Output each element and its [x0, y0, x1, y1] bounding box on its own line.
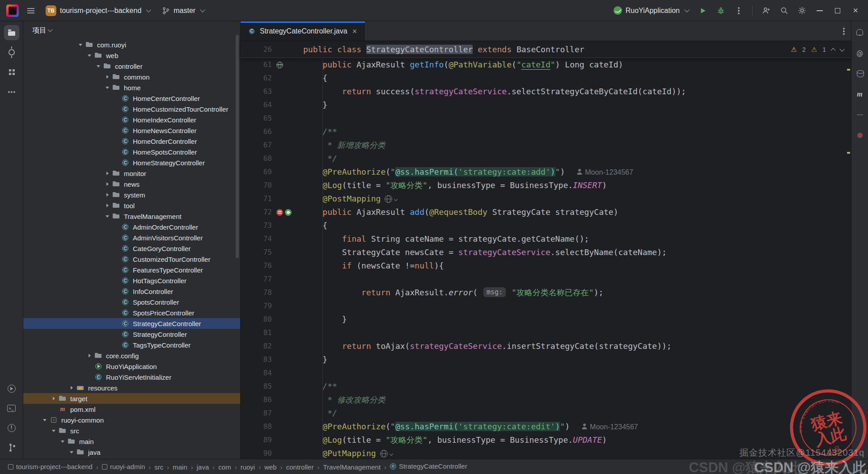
rest-api-globe-icon[interactable] [385, 195, 392, 203]
chevron-right-icon[interactable] [104, 179, 112, 189]
database-icon[interactable] [852, 66, 868, 81]
code-line-62[interactable]: 62 { [241, 71, 851, 85]
error-stripe-mark[interactable] [847, 69, 850, 71]
code-line-88[interactable]: 88 @PreAuthorize("@ss.hasPermi('strategy… [241, 420, 851, 433]
chevron-down-icon[interactable] [50, 425, 58, 436]
tree-item-web[interactable]: web [23, 50, 240, 61]
line-number[interactable]: 73 [241, 219, 272, 232]
tree-item-home[interactable]: home [23, 82, 240, 93]
chevron-down-icon[interactable] [68, 447, 76, 457]
breadcrumb-item[interactable]: TravelManagement [321, 462, 382, 472]
next-problem-icon[interactable] [839, 46, 844, 51]
problems-icon[interactable] [4, 420, 19, 436]
chevron-right-icon[interactable] [104, 168, 112, 179]
chevron-right-icon[interactable] [104, 200, 112, 211]
line-number[interactable]: 89 [241, 433, 272, 447]
commit-icon[interactable] [4, 45, 19, 60]
tree-item-RuoYiApplication[interactable]: RuoYiApplication [23, 361, 240, 372]
line-number[interactable]: 76 [241, 259, 272, 273]
breadcrumb-item[interactable]: com [216, 462, 233, 472]
chevron-right-icon[interactable] [50, 393, 58, 404]
tree-item-monitor[interactable]: monitor [23, 168, 240, 179]
line-number[interactable]: 70 [241, 179, 272, 192]
tree-item-java[interactable]: java [23, 447, 240, 457]
code-line-70[interactable]: 70 @Log(title = "攻略分类", businessType = B… [241, 179, 851, 192]
code-line-90[interactable]: 90 @PutMapping [241, 447, 851, 459]
terminal-icon[interactable] [4, 401, 19, 416]
tree-item-StrategyController[interactable]: StrategyController [23, 329, 240, 340]
line-number[interactable]: 88 [241, 420, 272, 433]
tree-item-AdminOrderController[interactable]: AdminOrderController [23, 222, 240, 232]
tree-item-StrategyCateController[interactable]: StrategyCateController [23, 318, 240, 329]
line-number[interactable]: 86 [241, 393, 272, 407]
tree-item-main[interactable]: main [23, 436, 240, 447]
breadcrumb-item[interactable]: src [152, 462, 165, 472]
ai-at-icon[interactable] [852, 46, 868, 61]
tree-item-CateGoryController[interactable]: CateGoryController [23, 243, 240, 254]
tree-item-RuoYiServletInitializer[interactable]: RuoYiServletInitializer [23, 372, 240, 382]
chevron-right-icon[interactable] [104, 189, 112, 200]
window-maximize-button[interactable] [830, 3, 846, 18]
settings-button[interactable] [794, 3, 810, 18]
chevron-down-icon[interactable] [41, 415, 49, 425]
line-number[interactable]: 81 [241, 326, 272, 340]
line-number[interactable]: 71 [241, 192, 272, 206]
chevron-down-icon[interactable] [59, 436, 67, 447]
maven-icon[interactable] [852, 87, 868, 102]
code-line-84[interactable]: 84 [241, 366, 851, 380]
tree-item-HomeNewsController[interactable]: HomeNewsController [23, 125, 240, 136]
code-author-inlay[interactable]: Moon-1234567 [576, 168, 633, 176]
code-line-76[interactable]: 76 if (newsCate !=null){ [241, 259, 851, 273]
tree-item-pom.xml[interactable]: pom.xml [23, 404, 240, 415]
code-line-72[interactable]: 72 public AjaxResult add(@RequestBody St… [241, 206, 851, 219]
line-number[interactable]: 67 [241, 138, 272, 152]
line-number[interactable]: 80 [241, 313, 272, 326]
code-line-75[interactable]: 75 StrategyCate newsCate = strategyCateS… [241, 246, 851, 259]
chevron-right-icon[interactable] [104, 71, 112, 82]
debug-button[interactable] [713, 3, 729, 18]
more-actions-button[interactable] [731, 3, 747, 18]
breadcrumb-item[interactable]: StrategyCateController [388, 461, 469, 471]
tree-item-HomeCenterController[interactable]: HomeCenterController [23, 93, 240, 104]
breadcrumb-item[interactable]: ruoyi [239, 462, 257, 472]
breadcrumb-item[interactable]: main [171, 462, 189, 472]
chevron-down-icon[interactable] [104, 211, 112, 222]
code-line-83[interactable]: 83 } [241, 353, 851, 366]
tree-item-HotTagsController[interactable]: HotTagsController [23, 275, 240, 286]
code-line-61[interactable]: 61 public AjaxResult getInfo(@PathVariab… [241, 58, 851, 71]
code-line-69[interactable]: 69 @PreAuthorize("@ss.hasPermi('strategy… [241, 165, 851, 179]
line-number[interactable]: 77 [241, 273, 272, 286]
previous-problem-icon[interactable] [830, 48, 835, 53]
chevron-down-icon[interactable] [104, 82, 112, 93]
breadcrumb-item[interactable]: controller [284, 462, 316, 472]
run-icon[interactable] [4, 381, 19, 396]
window-minimize-button[interactable] [812, 3, 828, 18]
tree-item-HomeSpotsController[interactable]: HomeSpotsController [23, 147, 240, 157]
code-line-85[interactable]: 85 /** [241, 380, 851, 393]
tree-item-core.config[interactable]: core.config [23, 350, 240, 361]
intellij-logo-icon[interactable] [6, 4, 19, 17]
tree-item-common[interactable]: common [23, 71, 240, 82]
tree-item-HomeOrderController[interactable]: HomeOrderController [23, 136, 240, 147]
code-line-66[interactable]: 66 /** [241, 125, 851, 138]
chevron-right-icon[interactable] [86, 350, 94, 361]
breadcrumb-item[interactable]: web [263, 462, 279, 472]
code-line-86[interactable]: 86 * 修改攻略分类 [241, 393, 851, 407]
tree-item-HomeCustomizedTourController[interactable]: HomeCustomizedTourController [23, 104, 240, 114]
code-line-71[interactable]: 71 @PostMapping [241, 192, 851, 206]
line-number[interactable]: 84 [241, 366, 272, 380]
tab-close-button[interactable]: × [351, 26, 358, 36]
run-button[interactable] [695, 3, 711, 18]
green-gutter-icon[interactable] [285, 209, 292, 216]
chevron-down-icon[interactable] [95, 61, 103, 71]
line-number[interactable]: 74 [241, 232, 272, 246]
project-folder-icon[interactable] [4, 25, 19, 40]
tree-item-src[interactable]: src [23, 425, 240, 436]
project-panel-header[interactable]: 项目 [23, 21, 240, 39]
code-line-89[interactable]: 89 @Log(title = "攻略分类", businessType = B… [241, 433, 851, 447]
tree-item-AdminVisitorsController[interactable]: AdminVisitorsController [23, 232, 240, 243]
tree-item-CustomizedTourController[interactable]: CustomizedTourController [23, 254, 240, 264]
window-close-button[interactable]: × [847, 3, 864, 18]
tree-item-TagsTypeController[interactable]: TagsTypeController [23, 340, 240, 350]
line-number[interactable]: 75 [241, 246, 272, 259]
